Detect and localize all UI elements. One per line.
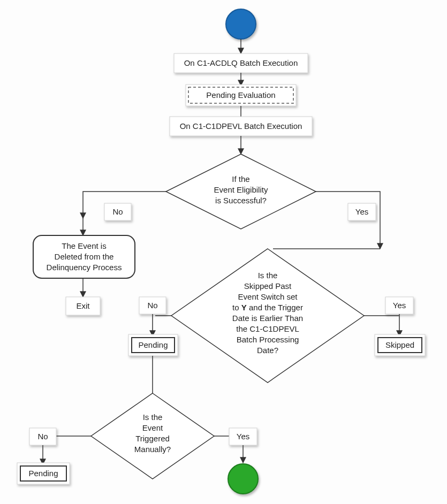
- terminal-exit: Exit: [66, 297, 100, 315]
- svg-text:Yes: Yes: [393, 301, 406, 310]
- svg-text:Deleted from the: Deleted from the: [55, 252, 114, 261]
- svg-text:Event Switch set: Event Switch set: [238, 292, 298, 301]
- svg-text:Triggered: Triggered: [135, 434, 170, 443]
- svg-text:Date?: Date?: [257, 346, 278, 355]
- step-batch-acdlq-label: On C1-ACDLQ Batch Execution: [184, 58, 298, 67]
- svg-text:Skipped: Skipped: [385, 340, 414, 349]
- svg-text:Pending: Pending: [28, 469, 58, 478]
- state-pending-evaluation-label: Pending Evaluation: [206, 90, 275, 100]
- svg-text:to Y and the Trigger: to Y and the Trigger: [232, 303, 303, 312]
- svg-text:the C1-C1DPEVL: the C1-C1DPEVL: [236, 324, 299, 333]
- svg-text:Skipped Past: Skipped Past: [244, 281, 292, 291]
- svg-text:Yes: Yes: [237, 432, 249, 441]
- step-batch-c1dpevl: On C1-C1DPEVL Batch Execution: [170, 117, 312, 136]
- svg-text:If the: If the: [232, 174, 249, 184]
- svg-text:Exit: Exit: [76, 301, 90, 310]
- label-no-3: No: [29, 428, 56, 445]
- state-pending-evaluation: Pending Evaluation: [186, 85, 296, 106]
- end-node: [228, 464, 258, 494]
- start-node: [226, 9, 256, 39]
- decision-triggered-manually: Is the Event Triggered Manually?: [91, 393, 214, 479]
- svg-text:Batch Processing: Batch Processing: [237, 335, 299, 344]
- state-skipped: Skipped: [375, 334, 425, 356]
- svg-text:Pending: Pending: [138, 340, 168, 349]
- svg-text:No: No: [37, 432, 48, 441]
- svg-text:Event Eligibility: Event Eligibility: [214, 185, 268, 194]
- label-no-2: No: [139, 297, 166, 314]
- label-yes-2: Yes: [385, 297, 413, 314]
- svg-text:No: No: [147, 301, 157, 310]
- svg-text:Manually?: Manually?: [134, 445, 171, 454]
- decision-event-eligibility: If the Event Eligibility is Successful?: [166, 154, 316, 229]
- svg-text:is Successful?: is Successful?: [215, 196, 267, 205]
- label-yes-1: Yes: [348, 203, 376, 220]
- svg-text:Date is Earlier Than: Date is Earlier Than: [232, 314, 303, 323]
- svg-text:Is the: Is the: [258, 271, 278, 280]
- label-yes-3: Yes: [229, 428, 257, 445]
- flowchart-canvas: On C1-ACDLQ Batch Execution Pending Eval…: [0, 0, 447, 504]
- state-pending-2: Pending: [17, 463, 70, 484]
- svg-text:No: No: [112, 207, 123, 216]
- step-batch-c1dpevl-label: On C1-C1DPEVL Batch Execution: [180, 121, 302, 131]
- svg-text:Is the: Is the: [143, 413, 163, 422]
- state-pending-1: Pending: [128, 334, 178, 356]
- label-no-1: No: [104, 203, 131, 220]
- svg-text:Event: Event: [142, 423, 163, 432]
- decision-skipped-past-switch: Is the Skipped Past Event Switch set to …: [171, 249, 364, 383]
- step-batch-acdlq: On C1-ACDLQ Batch Execution: [174, 54, 308, 73]
- svg-text:Yes: Yes: [355, 207, 368, 216]
- action-event-deleted: The Event is Deleted from the Delinquenc…: [33, 235, 135, 278]
- svg-text:Delinquency Process: Delinquency Process: [47, 263, 122, 272]
- svg-text:The Event is: The Event is: [62, 241, 106, 250]
